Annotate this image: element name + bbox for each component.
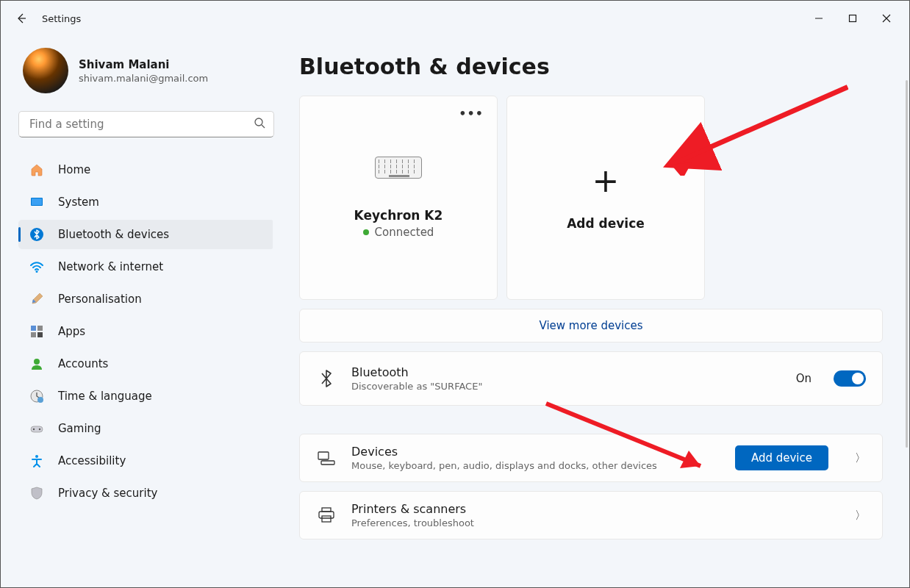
sidebar: Shivam Malani shivam.malani@gmail.com Ho… bbox=[1, 36, 282, 588]
nav-list: Home System Bluetooth & devices Network … bbox=[18, 155, 273, 511]
nav-item-network[interactable]: Network & internet bbox=[18, 252, 273, 282]
back-button[interactable] bbox=[7, 4, 36, 33]
svg-rect-0 bbox=[850, 15, 856, 22]
bluetooth-subtitle: Discoverable as "SURFACE" bbox=[351, 381, 781, 392]
profile-block[interactable]: Shivam Malani shivam.malani@gmail.com bbox=[18, 48, 273, 93]
device-card[interactable]: ••• Keychron K2 Connected bbox=[299, 96, 498, 300]
content-area: Bluetooth & devices ••• Keychron K2 Conn… bbox=[282, 36, 909, 588]
page-title: Bluetooth & devices bbox=[299, 54, 887, 79]
nav-item-bluetooth-devices[interactable]: Bluetooth & devices bbox=[18, 220, 273, 249]
shield-icon bbox=[29, 485, 45, 501]
person-icon bbox=[29, 356, 45, 372]
svg-rect-8 bbox=[31, 332, 36, 337]
nav-label: Bluetooth & devices bbox=[58, 228, 169, 241]
search-icon bbox=[254, 117, 265, 132]
svg-rect-21 bbox=[322, 516, 331, 522]
nav-label: Privacy & security bbox=[58, 487, 157, 500]
printer-icon bbox=[316, 507, 337, 523]
nav-label: Apps bbox=[58, 325, 85, 338]
svg-point-5 bbox=[36, 270, 38, 273]
add-device-card[interactable]: + Add device bbox=[506, 96, 705, 300]
printers-subtitle: Preferences, troubleshoot bbox=[351, 517, 828, 528]
scrollbar[interactable] bbox=[906, 80, 908, 448]
window-controls bbox=[802, 7, 903, 30]
gamepad-icon bbox=[29, 420, 45, 437]
svg-rect-17 bbox=[318, 452, 329, 459]
nav-label: System bbox=[58, 196, 99, 209]
devices-title: Devices bbox=[351, 445, 720, 459]
devices-row[interactable]: Devices Mouse, keyboard, pen, audio, dis… bbox=[299, 434, 883, 482]
devices-icon bbox=[316, 451, 337, 465]
svg-rect-9 bbox=[37, 332, 43, 337]
profile-name: Shivam Malani bbox=[79, 58, 208, 71]
chevron-right-icon: 〉 bbox=[855, 509, 866, 523]
clock-globe-icon bbox=[29, 388, 45, 404]
accessibility-icon bbox=[29, 453, 45, 469]
maximize-button[interactable] bbox=[836, 7, 870, 30]
more-icon[interactable]: ••• bbox=[459, 107, 484, 121]
titlebar: Settings bbox=[1, 1, 909, 36]
svg-point-14 bbox=[33, 429, 35, 430]
plus-icon: + bbox=[592, 165, 620, 197]
close-button[interactable] bbox=[870, 7, 903, 30]
status-dot-icon bbox=[363, 229, 369, 235]
nav-item-privacy[interactable]: Privacy & security bbox=[18, 478, 273, 508]
device-status: Connected bbox=[363, 226, 434, 239]
chevron-right-icon: 〉 bbox=[855, 451, 866, 465]
svg-rect-19 bbox=[322, 508, 331, 512]
nav-item-system[interactable]: System bbox=[18, 187, 273, 217]
svg-point-15 bbox=[39, 429, 40, 430]
paintbrush-icon bbox=[29, 291, 45, 307]
arrow-left-icon bbox=[15, 12, 27, 24]
printers-title: Printers & scanners bbox=[351, 502, 828, 516]
bluetooth-toggle[interactable] bbox=[834, 370, 866, 387]
avatar bbox=[23, 48, 68, 93]
add-device-button[interactable]: Add device bbox=[735, 445, 828, 470]
svg-point-1 bbox=[255, 118, 262, 126]
svg-point-16 bbox=[35, 455, 38, 458]
app-title: Settings bbox=[42, 13, 81, 24]
system-icon bbox=[29, 194, 45, 210]
profile-email: shivam.malani@gmail.com bbox=[79, 73, 208, 84]
bluetooth-row: Bluetooth Discoverable as "SURFACE" On bbox=[299, 351, 883, 406]
svg-rect-18 bbox=[321, 461, 334, 465]
svg-rect-13 bbox=[31, 426, 43, 432]
nav-label: Accessibility bbox=[58, 454, 126, 467]
add-device-label: Add device bbox=[567, 216, 645, 231]
apps-icon bbox=[29, 323, 45, 340]
search-input[interactable] bbox=[18, 111, 274, 137]
nav-item-accessibility[interactable]: Accessibility bbox=[18, 446, 273, 476]
nav-item-home[interactable]: Home bbox=[18, 155, 273, 184]
svg-rect-20 bbox=[319, 512, 334, 518]
nav-item-apps[interactable]: Apps bbox=[18, 317, 273, 346]
svg-rect-6 bbox=[31, 326, 36, 331]
toggle-label: On bbox=[796, 372, 812, 385]
nav-label: Gaming bbox=[58, 422, 101, 435]
svg-rect-3 bbox=[32, 198, 42, 205]
printers-row[interactable]: Printers & scanners Preferences, trouble… bbox=[299, 491, 883, 539]
nav-label: Network & internet bbox=[58, 260, 163, 273]
nav-label: Accounts bbox=[58, 357, 108, 370]
nav-item-time-language[interactable]: Time & language bbox=[18, 381, 273, 411]
nav-item-accounts[interactable]: Accounts bbox=[18, 349, 273, 379]
bluetooth-title: Bluetooth bbox=[351, 365, 781, 379]
svg-point-12 bbox=[37, 397, 43, 403]
svg-rect-7 bbox=[37, 326, 43, 331]
svg-point-10 bbox=[34, 359, 40, 365]
nav-label: Home bbox=[58, 163, 90, 176]
view-more-devices-link[interactable]: View more devices bbox=[299, 309, 883, 343]
devices-subtitle: Mouse, keyboard, pen, audio, displays an… bbox=[351, 460, 720, 471]
nav-item-gaming[interactable]: Gaming bbox=[18, 414, 273, 443]
wifi-icon bbox=[29, 259, 45, 275]
home-icon bbox=[29, 162, 45, 178]
minimize-button[interactable] bbox=[802, 7, 836, 30]
device-name: Keychron K2 bbox=[354, 208, 443, 223]
nav-item-personalisation[interactable]: Personalisation bbox=[18, 284, 273, 314]
nav-label: Time & language bbox=[58, 390, 152, 403]
bluetooth-icon bbox=[29, 226, 45, 243]
nav-label: Personalisation bbox=[58, 293, 142, 306]
keyboard-icon bbox=[375, 157, 422, 179]
bluetooth-outline-icon bbox=[316, 369, 337, 388]
